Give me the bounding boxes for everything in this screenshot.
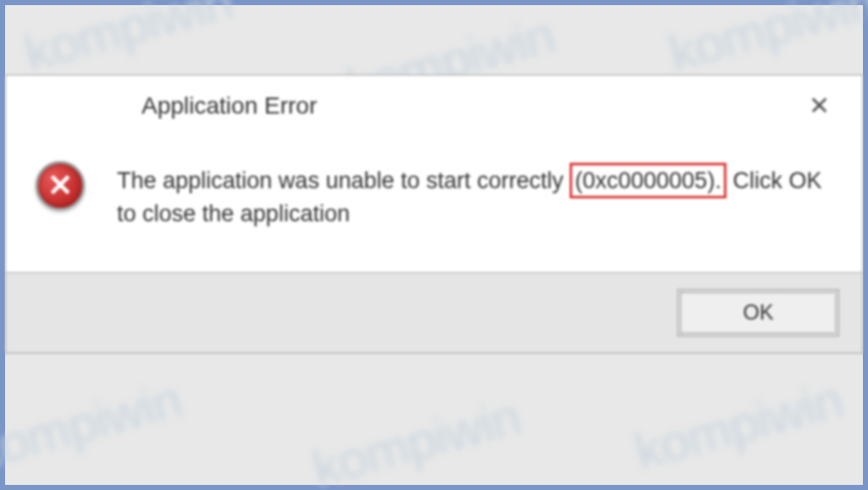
dialog-titlebar: Application Error ✕ <box>6 75 862 136</box>
watermark-text: kompiwin <box>662 0 868 83</box>
dialog-button-bar: OK <box>6 273 862 353</box>
dialog-content: ✕ The application was unable to start co… <box>6 136 862 273</box>
error-code-highlight: (0xc0000005). <box>570 163 726 198</box>
watermark-text: kompiwin <box>306 386 526 490</box>
error-dialog: Application Error ✕ ✕ The application wa… <box>5 75 863 354</box>
message-part1: The application was unable to start corr… <box>117 168 570 193</box>
error-icon: ✕ <box>36 161 85 210</box>
watermark-text: kompiwin <box>0 369 187 482</box>
dialog-title: Application Error <box>142 92 317 120</box>
ok-button[interactable]: OK <box>680 292 837 334</box>
watermark-text: kompiwin <box>18 0 238 83</box>
error-message: The application was unable to start corr… <box>117 161 837 230</box>
watermark-text: kompiwin <box>628 369 849 482</box>
close-icon[interactable]: ✕ <box>802 91 837 120</box>
